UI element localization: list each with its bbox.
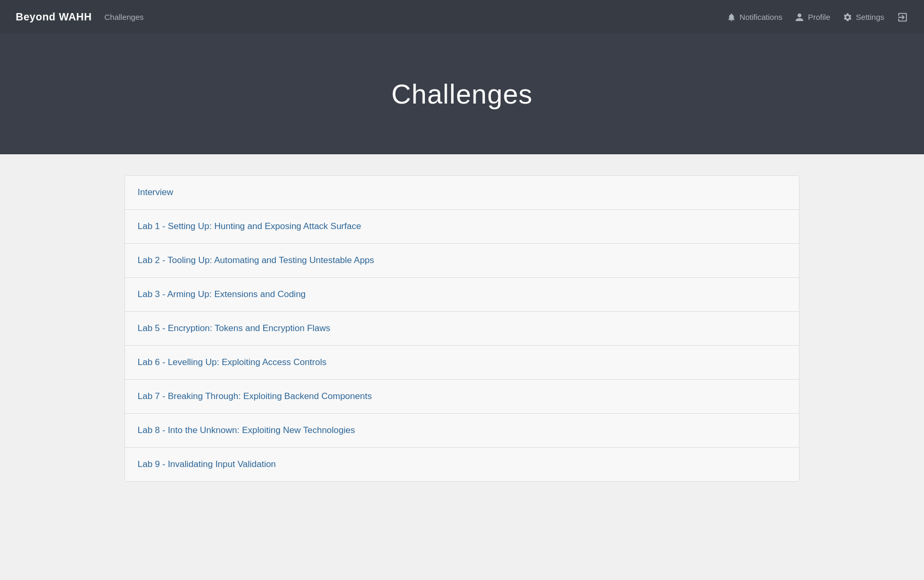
navbar: Beyond WAHH Challenges Notifications Pro… (0, 0, 924, 34)
nav-challenges-link[interactable]: Challenges (105, 13, 144, 21)
challenge-item[interactable]: Lab 8 - Into the Unknown: Exploiting New… (125, 414, 799, 448)
settings-label: Settings (856, 13, 884, 21)
person-icon (795, 13, 804, 22)
settings-nav-item[interactable]: Settings (843, 13, 884, 22)
challenge-item[interactable]: Lab 2 - Tooling Up: Automating and Testi… (125, 244, 799, 278)
bell-icon (727, 13, 736, 22)
hero-title: Challenges (391, 78, 533, 110)
gear-icon (843, 13, 852, 22)
challenge-item[interactable]: Lab 6 - Levelling Up: Exploiting Access … (125, 346, 799, 380)
challenge-item[interactable]: Lab 5 - Encryption: Tokens and Encryptio… (125, 312, 799, 346)
logout-nav-item[interactable] (897, 12, 908, 23)
challenge-item[interactable]: Lab 1 - Setting Up: Hunting and Exposing… (125, 210, 799, 244)
notifications-label: Notifications (740, 13, 783, 21)
hero-section: Challenges (0, 34, 924, 154)
profile-label: Profile (808, 13, 830, 21)
navbar-left: Beyond WAHH Challenges (16, 11, 144, 23)
logout-icon (897, 12, 908, 23)
notifications-nav-item[interactable]: Notifications (727, 13, 783, 22)
brand-logo[interactable]: Beyond WAHH (16, 11, 92, 23)
challenge-item[interactable]: Lab 3 - Arming Up: Extensions and Coding (125, 278, 799, 312)
challenge-item[interactable]: Lab 7 - Breaking Through: Exploiting Bac… (125, 380, 799, 414)
challenge-item[interactable]: Interview (125, 176, 799, 210)
challenge-list: InterviewLab 1 - Setting Up: Hunting and… (125, 175, 799, 482)
profile-nav-item[interactable]: Profile (795, 13, 830, 22)
navbar-right: Notifications Profile Settings (727, 12, 908, 23)
content-area: InterviewLab 1 - Setting Up: Hunting and… (0, 154, 924, 580)
challenge-item[interactable]: Lab 9 - Invalidating Input Validation (125, 448, 799, 481)
